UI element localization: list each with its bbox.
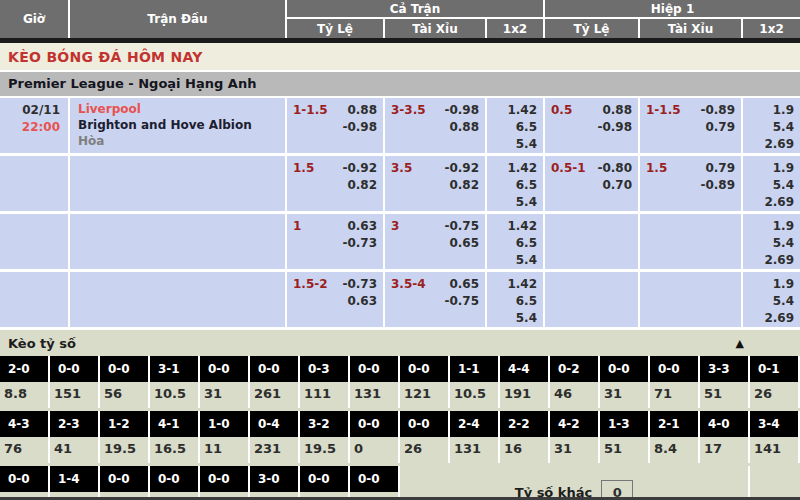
kickoff-cell: 02/11 22:00 [0, 98, 70, 156]
h1-1x2-cell[interactable]: 1.9 5.4 2.69 [743, 98, 800, 156]
score-odds-cell[interactable]: 3-4141 [750, 411, 800, 463]
ft-1x2-cell[interactable]: 1.42 6.5 5.4 [487, 272, 545, 330]
score-odds-cell[interactable]: 2-341 [50, 411, 100, 463]
collapse-arrow-icon[interactable]: ▲ [736, 337, 744, 350]
ft-1x2-cell[interactable]: 1.42 6.5 5.4 [487, 156, 545, 214]
score-odds-cell[interactable]: 3-219.5 [300, 411, 350, 463]
score-label: 0-4 [250, 411, 298, 437]
score-odds-cell[interactable]: 2-08.8 [0, 356, 50, 408]
odds-2: 5.4 [487, 310, 537, 327]
ft-handicap-cell[interactable]: 1.5-0.92 0.82 [287, 156, 385, 214]
odds-bottom: 0.70 [551, 177, 632, 194]
odds-1: 1.9 [743, 276, 794, 293]
score-odds-value: 56 [100, 382, 148, 408]
ft-handicap-cell[interactable]: 1-1.50.88 -0.98 [287, 98, 385, 156]
h1-1x2-cell[interactable]: 1.9 5.4 2.69 [743, 214, 800, 272]
h1-1x2-cell[interactable]: 1.9 5.4 2.69 [743, 156, 800, 214]
score-odds-cell[interactable]: 0-071 [650, 356, 700, 408]
score-odds-cell[interactable]: 0-246 [550, 356, 600, 408]
score-odds-cell[interactable]: 3-010.5 [250, 466, 300, 500]
odds-top: 0.79 [705, 160, 735, 177]
score-row: 0-02711-41410-02110-02210-01513-010.50-0… [0, 466, 800, 500]
h1-handicap-cell [545, 272, 640, 330]
odds-top: -0.98 [444, 102, 479, 119]
score-label: 3-4 [750, 411, 798, 437]
spacer [750, 466, 798, 500]
score-odds-value: 8.8 [0, 382, 48, 408]
score-odds-value: 46 [550, 382, 598, 408]
score-odds-cell[interactable]: 0-0221 [150, 466, 200, 500]
ft-overunder-cell[interactable]: 3.5-40.65 -0.75 [385, 272, 487, 330]
score-odds-cell[interactable]: 1-011 [200, 411, 250, 463]
score-odds-cell[interactable]: 0-056 [100, 356, 150, 408]
score-odds-cell[interactable]: 1-110.5 [450, 356, 500, 408]
score-odds-value: 31 [550, 437, 598, 463]
kickoff-cell [0, 272, 70, 330]
score-odds-cell[interactable]: 3-110.5 [150, 356, 200, 408]
odds-row: 02/11 22:00 Liverpool Brighton and Hove … [0, 98, 800, 156]
score-odds-cell[interactable]: 0-026 [400, 411, 450, 463]
score-odds-cell[interactable]: 4-231 [550, 411, 600, 463]
score-odds-cell[interactable]: 2-4131 [450, 411, 500, 463]
h1-handicap-cell[interactable]: 0.5-1-0.80 0.70 [545, 156, 640, 214]
score-odds-cell[interactable]: 0-0121 [400, 356, 450, 408]
h1-overunder-cell[interactable]: 1.50.79 -0.89 [640, 156, 743, 214]
score-odds-cell[interactable]: 0-031 [600, 356, 650, 408]
score-odds-cell[interactable]: 3-351 [700, 356, 750, 408]
score-label: 0-0 [0, 466, 48, 492]
odds-top: 0.88 [602, 102, 632, 119]
score-odds-cell[interactable]: 0-4231 [250, 411, 300, 463]
score-odds-cell[interactable]: 2-18.4 [650, 411, 700, 463]
score-odds-cell[interactable]: 4-017 [700, 411, 750, 463]
score-odds-cell[interactable]: 4-4191 [500, 356, 550, 408]
handicap-line: 1-1.5 [293, 102, 328, 119]
score-odds-cell[interactable]: 0-126 [750, 356, 800, 408]
odds-bottom: -0.98 [551, 119, 632, 136]
score-odds-cell[interactable]: 0-031 [200, 356, 250, 408]
score-odds-cell[interactable]: 0-0261 [250, 356, 300, 408]
ft-1x2-cell[interactable]: 1.42 6.5 5.4 [487, 98, 545, 156]
overunder-line: 3.5 [391, 160, 412, 177]
score-odds-cell[interactable]: 0-3111 [300, 356, 350, 408]
score-odds-cell[interactable]: 1-219.5 [100, 411, 150, 463]
ft-1x2-cell[interactable]: 1.42 6.5 5.4 [487, 214, 545, 272]
score-odds-cell[interactable]: 0-0271 [350, 466, 400, 500]
h1-1x2-cell[interactable]: 1.9 5.4 2.69 [743, 272, 800, 330]
h1-overunder-cell[interactable]: 1-1.5-0.89 0.79 [640, 98, 743, 156]
score-label: 1-1 [450, 356, 498, 382]
score-odds-cell[interactable]: 0-0271 [0, 466, 50, 500]
odds-row: 1.5-2-0.73 0.63 3.5-40.65 -0.75 1.42 6.5… [0, 272, 800, 330]
score-label: 4-4 [500, 356, 548, 382]
score-odds-cell[interactable]: 1-4141 [50, 466, 100, 500]
ft-overunder-cell[interactable]: 3-0.75 0.65 [385, 214, 487, 272]
h1-handicap-cell[interactable]: 0.50.88 -0.98 [545, 98, 640, 156]
score-odds-cell[interactable]: 0-00 [350, 411, 400, 463]
ft-handicap-cell[interactable]: 10.63 -0.73 [287, 214, 385, 272]
score-label: 0-0 [650, 356, 698, 382]
score-odds-cell[interactable]: 2-216 [500, 411, 550, 463]
score-odds-cell[interactable]: 4-376 [0, 411, 50, 463]
score-odds-cell[interactable]: 0-071 [300, 466, 350, 500]
score-odds-value: 151 [50, 382, 98, 408]
score-odds-cell[interactable]: 0-0151 [200, 466, 250, 500]
score-odds-value: 41 [50, 437, 98, 463]
ft-overunder-cell[interactable]: 3-3.5-0.98 0.88 [385, 98, 487, 156]
score-odds-value: 26 [400, 437, 448, 463]
ft-handicap-cell[interactable]: 1.5-2-0.73 0.63 [287, 272, 385, 330]
score-odds-value: 131 [450, 437, 498, 463]
score-odds-cell[interactable]: 4-116.5 [150, 411, 200, 463]
odds-1: 1.42 [487, 160, 537, 177]
ft-overunder-cell[interactable]: 3.5-0.92 0.82 [385, 156, 487, 214]
score-odds-cell[interactable]: 0-0151 [50, 356, 100, 408]
h1-overunder-cell [640, 214, 743, 272]
draw-label: Hòa [78, 133, 285, 149]
score-odds-value: 10.5 [150, 382, 198, 408]
score-odds-cell[interactable]: 0-0211 [100, 466, 150, 500]
teams-cell [70, 156, 287, 214]
odds-top: 0.88 [347, 102, 377, 119]
other-score-cell[interactable]: Tỷ số khác 0 [400, 466, 750, 500]
score-odds-cell[interactable]: 0-0131 [350, 356, 400, 408]
score-odds-cell[interactable]: 1-351 [600, 411, 650, 463]
handicap-line: 1.5 [293, 160, 314, 177]
correct-score-section: Kèo tỷ số ▲ 2-08.80-01510-0563-110.50-03… [0, 330, 800, 500]
